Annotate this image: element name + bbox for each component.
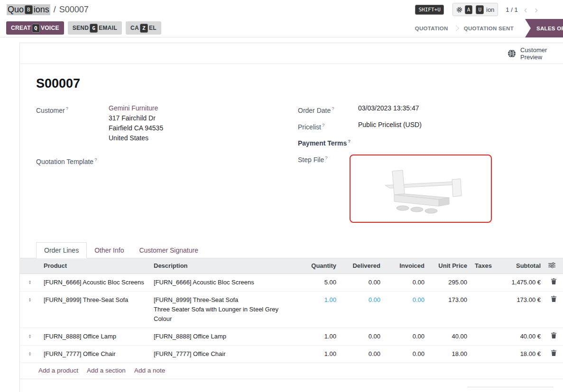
order-line-invoiced-cell[interactable]: 0.00 [384,291,428,328]
customer-preview-button[interactable]: Customer Preview [508,46,552,61]
order-line-row: [FURN_8999] Three-Seat Sofa [FURN_8999] … [20,291,563,328]
shortcut-hint-shift-u: SHIFT+U [415,5,443,15]
order-line-taxes-cell[interactable] [471,345,492,363]
order-lines-table: Product Description Quantity Delivered I… [20,258,563,363]
order-line-subtotal-cell[interactable]: 173.00 € [492,291,545,328]
order-line-quantity-cell[interactable]: 1.00 [295,345,340,363]
order-line-description-cell[interactable]: [FURN_8999] Three-Seat Sofa Three Seater… [150,291,295,328]
order-line-unit-price-cell[interactable]: 18.00 [428,345,471,363]
order-line-invoiced-cell[interactable]: 0.00 [384,273,428,291]
tab-other-info[interactable]: Other Info [87,243,131,258]
column-header-invoiced[interactable]: Invoiced [384,258,428,274]
pager: 1 / 1 ‹ › [506,5,539,14]
field-label-order-date: Order Date? [298,103,358,116]
order-line-delivered-cell[interactable]: 0.00 [340,345,384,363]
create-invoice-button[interactable]: CREAT Q VOICE [6,21,64,35]
order-line-taxes-cell[interactable] [471,273,492,291]
pricelist-value[interactable]: Public Pricelist (USD) [358,120,422,132]
order-line-delivered-cell[interactable]: 0.00 [340,291,384,328]
breadcrumb-quotations-text-pre: Quo [8,5,24,15]
delete-line-button[interactable] [551,278,556,286]
shortcut-hint-badge: A [465,5,473,14]
help-icon: ? [332,106,334,111]
field-label-customer: Customer? [36,103,109,143]
globe-icon [508,49,516,58]
field-label-pricelist: Pricelist? [298,120,358,132]
order-line-taxes-cell[interactable] [471,291,492,328]
record-action-buttons: CREAT Q VOICE SEND G EMAIL CA Z EL [6,21,161,35]
order-line-invoiced-cell[interactable]: 0.00 [384,345,428,363]
column-header-unit-price[interactable]: Unit Price [428,258,471,274]
order-line-description-cell[interactable]: [FURN_6666] Acoustic Bloc Screens [150,273,295,291]
order-line-invoiced-cell[interactable]: 0.00 [384,328,428,345]
column-header-quantity[interactable]: Quantity [295,258,340,274]
customer-link[interactable]: Gemini Furniture [109,104,158,112]
order-line-description-note: Three Seater Sofa with Lounger in Steel … [154,305,291,324]
status-step-sales-order[interactable]: SALES ORDER [525,19,563,37]
table-header-row: Product Description Quantity Delivered I… [20,258,563,274]
drag-handle-icon[interactable] [28,349,31,356]
order-line-row: [FURN_6666] Acoustic Bloc Screens [FURN_… [20,273,563,291]
drag-handle-icon[interactable] [28,295,31,302]
step-file-image-widget[interactable] [350,155,492,223]
order-line-product-cell[interactable]: [FURN_8888] Office Lamp [40,328,150,345]
action-menu-button[interactable]: A U ion [452,3,498,16]
column-header-taxes[interactable]: Taxes [471,258,492,274]
column-header-handle [20,258,40,274]
order-line-unit-price-cell[interactable]: 40.00 [428,328,471,345]
order-line-delivered-cell[interactable]: 0.00 [340,273,384,291]
tab-customer-signature[interactable]: Customer Signature [131,243,206,258]
sheet-header-strip: Customer Preview [20,43,563,64]
column-header-subtotal[interactable]: Subtotal [492,258,545,274]
order-line-unit-price-cell[interactable]: 295.00 [428,273,471,291]
status-step-quotation[interactable]: QUOTATION [408,26,455,31]
order-line-description-cell[interactable]: [FURN_7777] Office Chair [150,345,295,363]
order-line-delivered-cell[interactable]: 0.00 [340,328,384,345]
order-line-subtotal-cell[interactable]: 40.00 € [492,328,545,345]
delete-line-button[interactable] [551,296,556,303]
help-icon: ? [66,106,68,111]
order-line-row: [FURN_8888] Office Lamp [FURN_8888] Offi… [20,328,563,345]
delete-line-button[interactable] [551,332,556,340]
order-date-value[interactable]: 03/03/2023 13:35:47 [358,103,419,116]
tab-order-lines[interactable]: Order Lines [36,242,87,258]
order-line-quantity-cell[interactable]: 1.00 [295,328,340,345]
column-header-delivered[interactable]: Delivered [340,258,384,274]
order-line-taxes-cell[interactable] [471,328,492,345]
breadcrumb-quotations-text-post: ions [34,5,49,15]
breadcrumb-separator: / [54,5,56,15]
order-line-product-cell[interactable]: [FURN_7777] Office Chair [40,345,150,363]
order-line-subtotal-cell[interactable]: 1,475.00 € [492,273,545,291]
order-line-product-cell[interactable]: [FURN_6666] Acoustic Bloc Screens [40,273,150,291]
create-invoice-label-pre: CREAT [11,25,31,31]
field-groups: Customer? Gemini Furniture 317 Fairchild… [36,103,563,227]
trash-icon [551,296,556,302]
add-section-link[interactable]: Add a section [87,367,126,374]
delete-line-button[interactable] [551,350,556,357]
trash-icon [551,278,556,284]
optional-columns-button[interactable] [548,262,555,270]
order-line-quantity-cell[interactable]: 1.00 [295,291,340,328]
column-header-product[interactable]: Product [40,258,150,274]
drag-handle-icon[interactable] [28,278,31,284]
pager-previous-button[interactable]: ‹ [523,5,529,14]
cancel-button[interactable]: CA Z EL [126,21,161,35]
status-step-quotation-sent[interactable]: QUOTATION SENT [457,26,520,31]
order-line-subtotal-cell[interactable]: 18.00 € [492,345,545,363]
statusbar: QUOTATION QUOTATION SENT SALES ORDER [408,19,563,37]
pager-next-button[interactable]: › [533,5,539,14]
field-customer: Customer? Gemini Furniture 317 Fairchild… [36,103,298,143]
add-product-link[interactable]: Add a product [38,367,78,374]
topbar-right-cluster: SHIFT+U A U ion 1 / 1 ‹ › [414,3,539,16]
column-header-description[interactable]: Description [150,258,295,274]
order-line-unit-price-cell[interactable]: 173.00 [428,291,471,328]
order-line-product-cell[interactable]: [FURN_8999] Three-Seat Sofa [40,291,150,328]
shortcut-hint-badge: G [90,24,98,33]
order-line-description-cell[interactable]: [FURN_8888] Office Lamp [150,328,295,345]
breadcrumb-quotations-link[interactable]: Quo B ions [7,4,50,15]
order-line-quantity-cell[interactable]: 5.00 [295,273,340,291]
send-email-button[interactable]: SEND G EMAIL [68,21,122,35]
drag-handle-icon[interactable] [28,332,31,338]
add-note-link[interactable]: Add a note [134,367,165,374]
create-invoice-label-post: VOICE [41,25,59,31]
